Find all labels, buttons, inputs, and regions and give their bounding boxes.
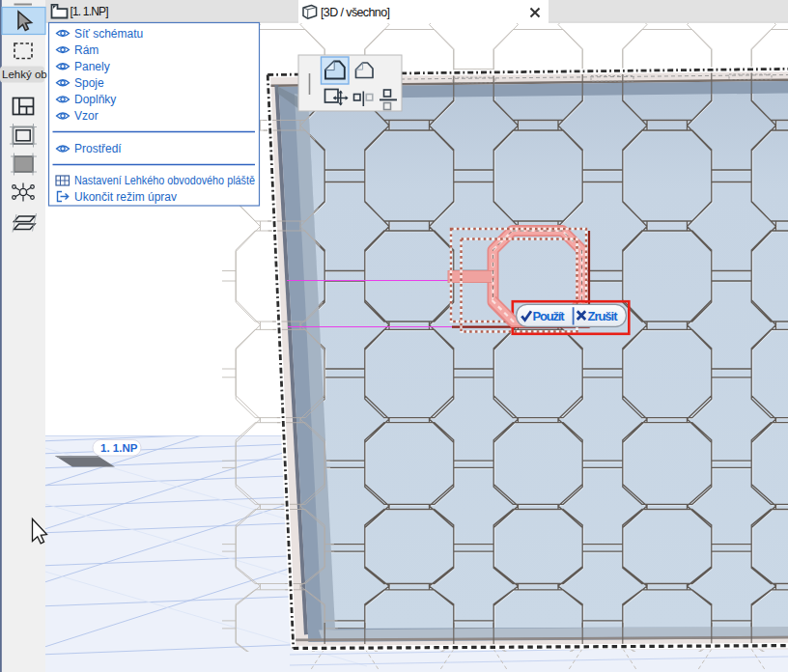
svg-text:Použít: Použít <box>533 309 566 323</box>
svg-text:Rám: Rám <box>74 43 98 57</box>
svg-text:[1. 1.NP]: [1. 1.NP] <box>70 5 109 18</box>
svg-text:Doplňky: Doplňky <box>74 93 116 106</box>
svg-text:Prostředí: Prostředí <box>74 142 122 155</box>
svg-text:Spoje: Spoje <box>74 76 104 90</box>
svg-text:Ukončit režim úprav: Ukončit režim úprav <box>74 190 177 204</box>
svg-text:[3D / všechno]: [3D / všechno] <box>321 6 390 19</box>
svg-text:1. 1.NP: 1. 1.NP <box>100 442 138 454</box>
svg-text:Nastavení Lehkého obvodového p: Nastavení Lehkého obvodového pláště <box>74 174 255 187</box>
svg-text:Síť schématu: Síť schématu <box>74 27 143 41</box>
svg-text:Panely: Panely <box>74 60 110 73</box>
svg-text:Vzor: Vzor <box>74 109 98 123</box>
svg-text:Lehký ob: Lehký ob <box>2 69 47 80</box>
svg-text:Zrušit: Zrušit <box>588 309 619 323</box>
